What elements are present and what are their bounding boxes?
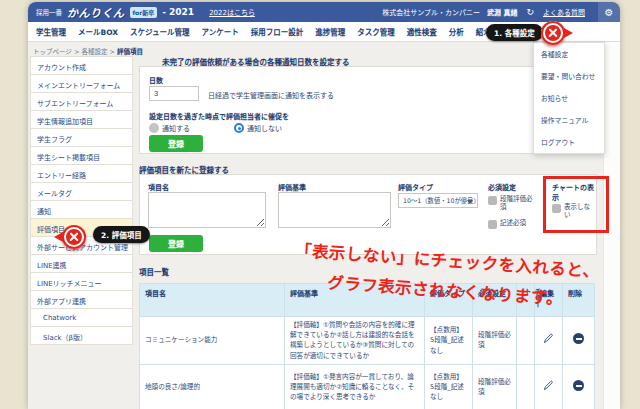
eval-type-label: 評価タイプ bbox=[398, 182, 433, 192]
checkbox-option-stage-required[interactable]: 段階評価必須 bbox=[488, 195, 536, 212]
sidebar-item-main-entry-form[interactable]: メインエントリーフォーム bbox=[30, 74, 133, 93]
item-name-textarea[interactable] bbox=[148, 192, 266, 228]
cell-item-name: 地頭の良さ/論理的 bbox=[140, 364, 285, 409]
nav-item-aptitude-test[interactable]: 適性検査 bbox=[407, 26, 437, 37]
sidebar-item-line-link[interactable]: LINE連携 bbox=[30, 254, 133, 273]
days-label: 日数 bbox=[149, 75, 163, 85]
browser-window: 採用一番 かんりくん for新卒 - 2021 2022はこちら 株式会社サンプ… bbox=[28, 2, 620, 409]
faq-link[interactable]: よくある質問 bbox=[543, 7, 585, 17]
notify-settings-panel: 日数 日経過で学生管理画面に通知を表示する 設定日数を過ぎた時点で評価担当者に催… bbox=[139, 66, 597, 154]
menu-item-contact[interactable]: 要望・問い合わせ bbox=[534, 65, 604, 87]
radio-notify-label: 通知する bbox=[162, 123, 190, 133]
sidebar-item-student-extra-fields[interactable]: 学生情報追加項目 bbox=[30, 110, 133, 129]
page-background: { "topbar": { "brand_prefix": "採用一番", "b… bbox=[0, 0, 640, 409]
menu-item-manual[interactable]: 操作マニュアル bbox=[534, 109, 604, 131]
breadcrumb-separator: > bbox=[74, 48, 79, 56]
cell-criteria: 【評価軸】①質問や会話の内容を的確に理解できているか②話し方は建設的な会話を構築… bbox=[285, 317, 425, 365]
year-switch-link[interactable]: 2022はこちら bbox=[209, 7, 255, 17]
col-header-item-name: 項目名 bbox=[140, 284, 285, 317]
sidebar-item-line-rich-menu[interactable]: LINEリッチメニュー bbox=[30, 272, 133, 291]
menu-item-logout[interactable]: ログアウト bbox=[534, 131, 604, 153]
list-section-title: 項目一覧 bbox=[139, 266, 169, 277]
nav-item-flow-design[interactable]: 採用フロー設計 bbox=[251, 26, 304, 37]
nav-item-schedule[interactable]: スケジュール管理 bbox=[130, 26, 189, 37]
delete-minus-icon[interactable] bbox=[573, 333, 584, 344]
nav-item-mailbox[interactable]: メールBOX bbox=[78, 26, 118, 37]
user-name: 武淵 真緒 bbox=[487, 7, 517, 17]
brand-prefix: 採用一番 bbox=[36, 7, 62, 17]
days-suffix-text: 日経過で学生管理画面に通知を表示する bbox=[208, 90, 334, 100]
nav-item-task[interactable]: タスク管理 bbox=[357, 26, 395, 37]
close-x-icon bbox=[62, 225, 86, 249]
days-input[interactable] bbox=[149, 86, 199, 101]
breadcrumb-current: 評価項目 bbox=[117, 48, 143, 56]
pointer-arrow bbox=[54, 232, 63, 242]
company-name: 株式会社サンプル・カンパニー bbox=[382, 7, 480, 17]
tutorial-highlight-box bbox=[543, 176, 609, 233]
cell-eval-type: 【点数用】5段階_記述なし bbox=[425, 317, 473, 365]
criteria-textarea[interactable] bbox=[278, 192, 391, 228]
eval-type-selected-value: 10～1（数値・10が優良） bbox=[403, 196, 480, 205]
breadcrumb-home[interactable]: トップページ bbox=[33, 48, 72, 56]
nav-item-student-management[interactable]: 学生管理 bbox=[36, 26, 66, 37]
sidebar-item-slack[interactable]: Slack（β版） bbox=[30, 326, 133, 345]
checkbox-option-text-required[interactable]: 記述必須 bbox=[488, 219, 526, 229]
sidebar-item-external-app-link[interactable]: 外部アプリ連携 bbox=[30, 290, 133, 309]
radio-option-no-notify[interactable]: 通知しない bbox=[234, 123, 282, 133]
sidebar-item-chatwork[interactable]: Chatwork bbox=[30, 308, 133, 327]
cell-criteria: 【評価軸】①発言内容が一貫しており、論理展開も適切か②知識に頼ることなく、その場… bbox=[285, 364, 425, 409]
text-required-label: 記述必須 bbox=[500, 219, 526, 229]
nav-item-analysis[interactable]: 分析 bbox=[449, 26, 464, 37]
register-submit-button[interactable]: 登録 bbox=[149, 235, 203, 252]
sidebar-item-sub-entry-form[interactable]: サブエントリーフォーム bbox=[30, 92, 133, 111]
cell-edit bbox=[535, 364, 563, 409]
tutorial-step2-badge: 2. 評価項目 bbox=[93, 226, 150, 243]
menu-item-news[interactable]: お知らせ bbox=[534, 87, 604, 109]
sidebar-item-entry-route[interactable]: エントリー経路 bbox=[30, 164, 133, 183]
gear-icon[interactable]: ⚙ bbox=[598, 2, 620, 22]
app-logo[interactable]: かんりくん bbox=[67, 4, 125, 20]
breadcrumb-section[interactable]: 各種設定 bbox=[81, 48, 107, 56]
required-label: 必須設定 bbox=[488, 182, 516, 192]
table-row: 地頭の良さ/論理的 【評価軸】①発言内容が一貫しており、論理展開も適切か②知識に… bbox=[140, 364, 595, 409]
menu-item-settings[interactable]: 各種設定 bbox=[534, 43, 604, 65]
radio-selected-icon[interactable] bbox=[234, 123, 244, 133]
sidebar-item-notification[interactable]: 通知 bbox=[30, 200, 133, 219]
cell-edit bbox=[535, 317, 563, 365]
nav-item-survey[interactable]: アンケート bbox=[202, 26, 239, 37]
brand-year: - 2021 bbox=[162, 7, 194, 17]
eval-type-select[interactable]: 10～1（数値・10が優良） bbox=[398, 193, 478, 208]
settings-sidebar: アカウント作成 メインエントリーフォーム サブエントリーフォーム 学生情報追加項… bbox=[30, 57, 133, 345]
sidebar-item-account-create[interactable]: アカウント作成 bbox=[30, 56, 133, 75]
cell-eval-type: 【点数用】5段階_記述なし bbox=[425, 364, 473, 409]
edit-pencil-icon[interactable] bbox=[543, 333, 554, 344]
refresh-icon[interactable]: ↻ bbox=[526, 7, 534, 17]
brand-badge: for新卒 bbox=[130, 7, 158, 18]
checkbox-icon[interactable] bbox=[488, 220, 497, 229]
pointer-arrow bbox=[564, 28, 573, 38]
reminder-label: 設定日数を過ぎた時点で評価担当者に催促を bbox=[149, 111, 289, 121]
radio-unselected-icon[interactable] bbox=[149, 123, 159, 133]
radio-option-notify[interactable]: 通知する bbox=[149, 123, 190, 133]
delete-minus-icon[interactable] bbox=[573, 380, 584, 391]
sidebar-item-student-sheet-fields[interactable]: 学生シート掲載項目 bbox=[30, 146, 133, 165]
item-name-label: 項目名 bbox=[148, 182, 169, 192]
table-row: コミュニケーション能力 【評価軸】①質問や会話の内容を的確に理解できているか②話… bbox=[140, 317, 595, 365]
cell-item-name: コミュニケーション能力 bbox=[140, 317, 285, 365]
sidebar-item-student-flags[interactable]: 学生フラグ bbox=[30, 128, 133, 147]
sidebar-item-mail-tag[interactable]: メールタグ bbox=[30, 182, 133, 201]
checkbox-icon[interactable] bbox=[488, 196, 497, 205]
edit-pencil-icon[interactable] bbox=[543, 380, 554, 391]
nav-item-progress[interactable]: 進捗管理 bbox=[315, 26, 345, 37]
settings-dropdown-menu: 各種設定 要望・問い合わせ お知らせ 操作マニュアル ログアウト bbox=[533, 42, 605, 154]
radio-no-notify-label: 通知しない bbox=[247, 123, 282, 133]
cell-chart bbox=[517, 364, 535, 409]
cell-required: 段階評価必須 bbox=[473, 364, 517, 409]
notify-submit-button[interactable]: 登録 bbox=[149, 135, 203, 152]
criteria-label: 評価基準 bbox=[278, 182, 306, 192]
stage-required-label: 段階評価必須 bbox=[500, 195, 534, 212]
app-header: 採用一番 かんりくん for新卒 - 2021 2022はこちら 株式会社サンプ… bbox=[28, 2, 620, 22]
tutorial-step1-badge: 1. 各種設定 bbox=[486, 24, 543, 41]
cell-delete bbox=[563, 317, 595, 365]
cell-delete bbox=[563, 364, 595, 409]
